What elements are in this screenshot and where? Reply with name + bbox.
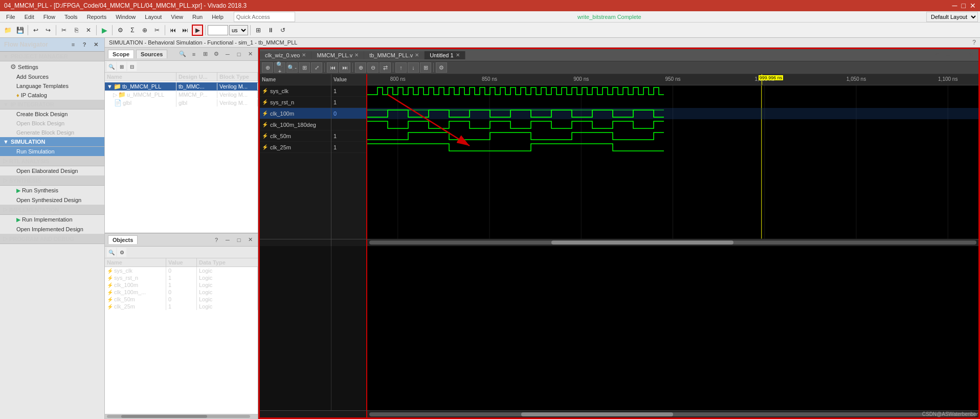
signal-name-row[interactable]: ⚡ clk_50m bbox=[260, 130, 331, 142]
waveform-tab-untitled1[interactable]: Untitled 1 ✕ bbox=[425, 51, 465, 59]
obj-row[interactable]: ⚡ sys_rst_n 1 Logic bbox=[105, 274, 258, 281]
redo-button[interactable]: ↪ bbox=[42, 25, 54, 36]
sidebar-item-run-implementation[interactable]: ▶ Run Implementation bbox=[0, 215, 104, 225]
undo-button[interactable]: ↩ bbox=[30, 25, 41, 36]
menu-run[interactable]: Run bbox=[188, 13, 207, 21]
delete-button[interactable]: ✕ bbox=[83, 25, 94, 36]
waveform-tab-tb-mmcm[interactable]: tb_MMCM_PLL.v ✕ bbox=[364, 51, 425, 59]
sim-refresh-button[interactable]: ↺ bbox=[277, 25, 288, 36]
wf-prev-edge-btn[interactable]: ⏮ bbox=[327, 62, 338, 73]
wf-help-icon[interactable]: ? bbox=[932, 51, 942, 60]
menu-reports[interactable]: Reports bbox=[83, 13, 111, 21]
sidebar-item-ip-catalog[interactable]: ♦ IP Catalog bbox=[0, 91, 104, 100]
sidebar-item-open-synthesized-design[interactable]: Open Synthesized Design bbox=[0, 195, 104, 205]
objects-tab[interactable]: Objects bbox=[108, 235, 138, 244]
menu-help[interactable]: Help bbox=[208, 13, 228, 21]
sidebar-item-add-sources[interactable]: Add Sources bbox=[0, 72, 104, 81]
minimize-button[interactable]: ─ bbox=[952, 2, 957, 10]
section-program-debug[interactable]: ▷ PROGRAM AND DEBUG bbox=[0, 234, 104, 244]
tab-close-icon[interactable]: ✕ bbox=[354, 52, 359, 58]
waveform-signals-area[interactable]: 800 ns 850 ns 900 ns 950 ns 1,000 ns 1,0… bbox=[367, 74, 978, 239]
tab-close-icon[interactable]: ✕ bbox=[302, 52, 306, 58]
wf-zoom-out-btn[interactable]: 🔍- bbox=[286, 62, 298, 73]
sidebar-item-open-implemented-design[interactable]: Open Implemented Design bbox=[0, 225, 104, 234]
sidebar-item-create-block-design[interactable]: Create Block Design bbox=[0, 109, 104, 119]
section-rtl-analysis[interactable]: ▷ RTL ANALYSIS bbox=[0, 156, 104, 166]
menu-window[interactable]: Window bbox=[112, 13, 140, 21]
obj-minimize-icon[interactable]: ─ bbox=[223, 235, 232, 245]
scope-expand-btn[interactable]: ⊞ bbox=[117, 62, 126, 71]
run-all-button[interactable]: ▶ bbox=[192, 25, 203, 36]
section-implementation[interactable]: ▷ IMPLEMENTATION bbox=[0, 205, 104, 215]
scroll-right-btn[interactable]: ▶ bbox=[252, 414, 258, 419]
sim-time-input[interactable]: 10 bbox=[208, 25, 228, 35]
obj-help-icon[interactable]: ? bbox=[212, 235, 221, 245]
waveform-tab-mmcm-pll[interactable]: MMCM_PLL.v ✕ bbox=[311, 51, 364, 59]
obj-row[interactable]: ⚡ clk_25m 1 Logic bbox=[105, 303, 258, 310]
signal-name-row-selected[interactable]: ⚡ clk_100m bbox=[260, 108, 331, 119]
wf-fullscreen-btn[interactable]: ⤢ bbox=[311, 62, 322, 73]
scope-close-icon[interactable]: ✕ bbox=[246, 50, 255, 59]
sim-settings-button[interactable]: ⚙ bbox=[115, 25, 126, 36]
sidebar-item-run-simulation[interactable]: Run Simulation bbox=[0, 147, 104, 156]
sidebar-help-icon[interactable]: ? bbox=[80, 40, 89, 49]
obj-row[interactable]: ⚡ clk_100m_... 0 Logic bbox=[105, 289, 258, 296]
signal-scrollbar[interactable] bbox=[367, 239, 978, 246]
obj-row[interactable]: ⚡ clk_50m 0 Logic bbox=[105, 296, 258, 303]
objects-scrollbar[interactable]: ▶ bbox=[105, 414, 258, 419]
obj-row[interactable]: ⚡ clk_100m 1 Logic bbox=[105, 281, 258, 289]
sidebar-item-run-synthesis[interactable]: ▶ Run Synthesis bbox=[0, 186, 104, 195]
sidebar-item-settings[interactable]: ⚙ Settings bbox=[0, 61, 104, 72]
wf-close-icon[interactable]: ✕ bbox=[966, 51, 975, 60]
tab-close-icon[interactable]: ✕ bbox=[456, 52, 460, 58]
wf-cursor-btn[interactable]: ⊕ bbox=[262, 62, 273, 73]
open-button[interactable]: 📁 bbox=[2, 25, 13, 36]
restart-button[interactable]: ⏮ bbox=[167, 25, 179, 36]
signal-name-row[interactable]: ⚡ clk_25m bbox=[260, 142, 331, 153]
tab-close-icon[interactable]: ✕ bbox=[415, 52, 419, 58]
copy-button[interactable]: ⎘ bbox=[71, 25, 82, 36]
scope-icon2[interactable]: ≡ bbox=[189, 50, 198, 59]
section-simulation[interactable]: ▼ SIMULATION bbox=[0, 137, 104, 147]
lower-signal-scroll[interactable] bbox=[367, 411, 978, 417]
scope-minimize-icon[interactable]: ─ bbox=[223, 50, 232, 59]
scope-settings-icon[interactable]: ⚙ bbox=[212, 50, 221, 59]
wf-minimize-icon[interactable]: ─ bbox=[944, 51, 953, 60]
sidebar-close-icon[interactable]: ✕ bbox=[91, 40, 100, 49]
scope-row-tb[interactable]: ▼ 📁 tb_MMCM_PLL tb_MMC... Verilog M... bbox=[105, 82, 258, 91]
sim-banner-help[interactable]: ? bbox=[972, 39, 976, 46]
run-button[interactable]: ▶ bbox=[99, 25, 110, 36]
wf-zoom-in-btn[interactable]: 🔍+ bbox=[274, 62, 285, 73]
sidebar-item-open-elaborated-design[interactable]: Open Elaborated Design bbox=[0, 166, 104, 175]
scope-tab[interactable]: Scope bbox=[108, 50, 134, 58]
signal-name-row[interactable]: ⚡ sys_rst_n bbox=[260, 97, 331, 108]
wf-next-edge-btn[interactable]: ⏭ bbox=[339, 62, 350, 73]
wf-fmt-btn3[interactable]: ⊞ bbox=[420, 62, 431, 73]
menu-edit[interactable]: Edit bbox=[20, 13, 38, 21]
wf-delete-marker-btn[interactable]: ⊖ bbox=[367, 62, 378, 73]
scope-search-icon[interactable]: 🔍 bbox=[178, 50, 187, 59]
wf-settings-btn[interactable]: ⚙ bbox=[436, 62, 447, 73]
cut-button[interactable]: ✂ bbox=[58, 25, 70, 36]
wf-fmt-btn1[interactable]: ↑ bbox=[395, 62, 407, 73]
scope-collapse-btn[interactable]: ⊟ bbox=[127, 62, 137, 71]
obj-close-icon[interactable]: ✕ bbox=[246, 235, 255, 245]
sim-time-unit-select[interactable]: us ns ps ms bbox=[229, 25, 248, 35]
section-ip-integrator[interactable]: ▼ IP INTEGRATOR bbox=[0, 100, 104, 109]
wf-zoom-fit-btn[interactable]: ⊞ bbox=[299, 62, 310, 73]
section-project-manager[interactable]: ▼ PROJECT MANAGER bbox=[0, 52, 104, 61]
maximize-button[interactable]: □ bbox=[962, 2, 966, 10]
obj-settings-btn[interactable]: ⚙ bbox=[117, 248, 126, 257]
step-button[interactable]: ⏭ bbox=[180, 25, 191, 36]
section-synthesis[interactable]: ▷ SYNTHESIS bbox=[0, 175, 104, 186]
menu-flow[interactable]: Flow bbox=[39, 13, 59, 21]
sidebar-pin-icon[interactable]: ≡ bbox=[69, 40, 78, 49]
sidebar-item-language-templates[interactable]: Language Templates bbox=[0, 81, 104, 91]
menu-file[interactable]: File bbox=[2, 13, 19, 21]
signal-name-row[interactable]: ⚡ clk_100m_180deg bbox=[260, 119, 331, 130]
close-button[interactable]: ✕ bbox=[970, 2, 976, 10]
sim-advance-button[interactable]: ⊞ bbox=[253, 25, 264, 36]
menu-view[interactable]: View bbox=[167, 13, 187, 21]
wf-fmt-btn2[interactable]: ↓ bbox=[408, 62, 419, 73]
wf-maximize-icon[interactable]: □ bbox=[955, 51, 964, 60]
